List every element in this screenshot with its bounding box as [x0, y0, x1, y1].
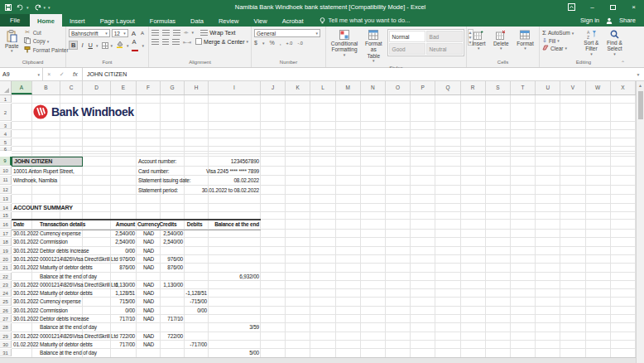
row-header-27[interactable]: 27 [0, 315, 12, 322]
row-header-30[interactable]: 30 [0, 341, 12, 348]
txn-29-amount[interactable]: 722/00 [119, 332, 135, 341]
txn-31-details[interactable]: Balance at the end of day [40, 349, 97, 357]
align-left-icon[interactable] [151, 39, 159, 45]
txn-19-details[interactable]: Debtor debts increase [40, 247, 89, 255]
row-header-6[interactable]: 6 [0, 147, 12, 151]
txn-26-date[interactable]: 30.01.2022 [13, 307, 39, 315]
cell-a11-address2[interactable]: Windhoek, Namibia [13, 176, 57, 186]
txn-21-currency[interactable]: NAD [143, 264, 154, 272]
redo-icon[interactable] [34, 4, 41, 11]
txn-20-amount[interactable]: 976/00 [119, 255, 135, 264]
select-all-corner[interactable] [0, 81, 12, 94]
info-value-3[interactable]: 08.02.2022 [233, 176, 259, 186]
txn-17-amount[interactable]: 2,540/00 [115, 230, 135, 238]
sort-filter-button[interactable]: AZ Sort & Filter▾ [581, 29, 602, 58]
cancel-icon[interactable]: × [47, 71, 50, 77]
txn-21-details[interactable]: Maturity of debtor debts [40, 264, 93, 272]
txn-24-amount[interactable]: 1,128/51 [115, 289, 135, 298]
insert-cells-button[interactable]: Insert▾ [469, 29, 488, 52]
tab-insert[interactable]: Insert [62, 14, 93, 27]
clear-button[interactable]: Clear ▾ [542, 45, 579, 51]
align-right-icon[interactable] [172, 39, 180, 45]
row-header-13[interactable]: 13 [0, 195, 12, 203]
row-header-21[interactable]: 21 [0, 264, 12, 271]
txn-31-balance[interactable]: 5/00 [249, 349, 259, 357]
column-header-u[interactable]: U [536, 81, 560, 94]
txn-18-currency[interactable]: NAD [143, 238, 154, 246]
borders-icon[interactable] [102, 42, 108, 49]
cut-button[interactable]: ✂Cut [24, 29, 69, 36]
column-header-m[interactable]: M [336, 81, 361, 94]
restore-button[interactable] [603, 0, 623, 14]
txn-24-debits[interactable]: -1,128/51 [185, 289, 207, 298]
decrease-decimal-icon[interactable]: -.0 [297, 41, 302, 46]
row-header-22[interactable]: 22 [0, 273, 12, 280]
txn-27-currency[interactable]: NAD [143, 315, 154, 323]
align-top-icon[interactable] [151, 30, 159, 36]
font-name-combobox[interactable]: Bahnschrift▾ [69, 29, 110, 37]
txn-17-details[interactable]: Currency expense [40, 230, 81, 238]
paste-button[interactable]: Paste▾ [2, 29, 22, 55]
th-balance[interactable]: Balance at the end [214, 220, 259, 230]
txn-26-debits[interactable]: 0/00 [197, 307, 207, 315]
indent-icons[interactable]: ⇤⇥ [183, 39, 191, 45]
txn-29-details[interactable]: 00001214\826\Visa Direct\Skrill Ltd [40, 332, 118, 341]
style-bad[interactable]: Bad [426, 31, 463, 42]
format-as-table-button[interactable]: Format as Table▾ [363, 29, 385, 65]
wrap-text-button[interactable]: Wrap Text [200, 30, 235, 36]
th-details[interactable]: Transaction details [40, 220, 85, 230]
customize-qat-icon[interactable]: ▾ [48, 5, 50, 10]
th-credits[interactable]: Credits [160, 220, 177, 230]
txn-22-details[interactable]: Balance at the end of day [40, 273, 97, 281]
info-value-1[interactable]: 1234567890 [231, 157, 259, 167]
fill-color-icon[interactable] [114, 41, 125, 50]
row-header-20[interactable]: 20 [0, 255, 12, 263]
delete-cells-button[interactable]: Delete▾ [491, 29, 512, 52]
row-header-23[interactable]: 23 [0, 281, 12, 288]
txn-24-date[interactable]: 30.01.2022 [13, 289, 39, 298]
number-format-combobox[interactable]: General▾ [254, 29, 320, 37]
column-header-l[interactable]: L [310, 81, 335, 94]
txn-28-balance[interactable]: 3/59 [249, 323, 259, 332]
cell-a9-name[interactable]: JOHN CITIZEN [14, 157, 52, 167]
scrollbar-thumb[interactable] [638, 91, 643, 119]
tab-page-layout[interactable]: Page Layout [93, 14, 142, 27]
column-header-a[interactable]: A [12, 81, 32, 94]
txn-29-currency[interactable]: NAD [143, 332, 154, 341]
txn-23-details[interactable]: 00001214\826\Visa Direct\Skrill Ltd [40, 281, 118, 289]
grow-font-icon[interactable]: A [130, 30, 137, 37]
tab-file[interactable]: File [0, 14, 30, 27]
txn-22-balance[interactable]: 6,932/00 [239, 273, 259, 281]
txn-21-amount[interactable]: 876/00 [119, 264, 135, 272]
row-header-19[interactable]: 19 [0, 247, 12, 254]
undo-dropdown-icon[interactable]: ▾ [26, 5, 29, 10]
copy-button[interactable]: Copy ▾ [24, 37, 69, 45]
txn-18-date[interactable]: 30.01.2022 [13, 238, 39, 246]
column-header-q[interactable]: Q [435, 81, 460, 94]
txn-30-amount[interactable]: 717/00 [119, 341, 135, 349]
merge-center-button[interactable]: Merge & Center ▾ [195, 38, 248, 45]
txn-26-amount[interactable]: 0/00 [125, 307, 135, 315]
txn-25-details[interactable]: Currency expense [40, 298, 81, 306]
style-good[interactable]: Good [389, 43, 425, 55]
txn-29-credits[interactable]: 722/00 [167, 332, 183, 341]
cell-a10-address1[interactable]: 10001 Anton Rupert Street, [13, 167, 74, 177]
txn-21-credits[interactable]: 876/00 [167, 264, 183, 272]
txn-24-currency[interactable]: NAD [143, 289, 154, 298]
bold-button[interactable]: B [69, 41, 78, 50]
column-header-i[interactable]: I [209, 81, 261, 94]
txn-21-date[interactable]: 30.01.2022 [13, 264, 39, 272]
style-normal[interactable]: Normal [389, 31, 425, 42]
row-header-15[interactable]: 15 [0, 212, 12, 219]
txn-20-currency[interactable]: NAD [143, 255, 154, 264]
format-painter-button[interactable]: Format Painter [24, 46, 69, 54]
shrink-font-icon[interactable]: A [139, 31, 146, 36]
th-date[interactable]: Date [13, 220, 24, 230]
txn-25-amount[interactable]: 715/00 [119, 298, 135, 306]
collapse-ribbon-icon[interactable]: ⌃ [621, 60, 625, 65]
column-header-x[interactable]: X [611, 81, 636, 94]
comma-style-icon[interactable]: , [280, 40, 281, 46]
row-header-24[interactable]: 24 [0, 289, 12, 297]
row-header-14[interactable]: 14 [0, 204, 12, 212]
info-value-2[interactable]: Visa 2245 **** **** 7899 [206, 167, 259, 177]
